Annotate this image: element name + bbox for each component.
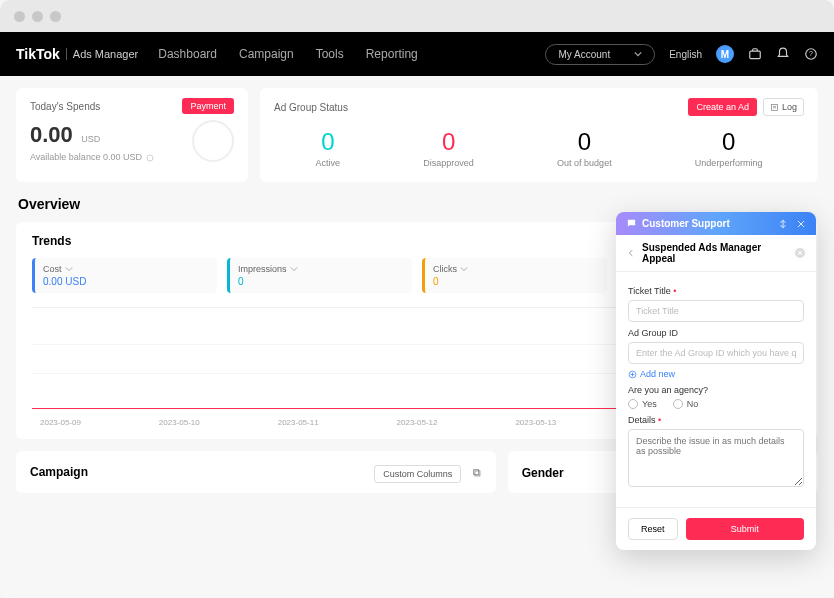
metric-impressions[interactable]: Impressions 0 bbox=[227, 258, 412, 293]
metric-name: Clicks bbox=[433, 264, 457, 274]
avatar[interactable]: M bbox=[716, 45, 734, 63]
x-tick: 2023-05-10 bbox=[159, 418, 200, 427]
browser-chrome bbox=[0, 0, 834, 32]
brand: TikTok Ads Manager bbox=[16, 46, 138, 62]
metric-clicks[interactable]: Clicks 0 bbox=[422, 258, 607, 293]
window-close-dot[interactable] bbox=[14, 11, 25, 22]
support-sub-title: Suspended Ads Manager Appeal bbox=[642, 242, 788, 264]
svg-rect-5 bbox=[475, 471, 480, 476]
support-sub: Suspended Ads Manager Appeal bbox=[616, 235, 816, 272]
reset-button[interactable]: Reset bbox=[628, 518, 678, 540]
overview-title: Overview bbox=[18, 196, 816, 212]
briefcase-icon[interactable] bbox=[748, 47, 762, 62]
app-window: TikTok Ads Manager Dashboard Campaign To… bbox=[0, 32, 834, 598]
brand-sub: Ads Manager bbox=[66, 48, 138, 60]
nav-dashboard[interactable]: Dashboard bbox=[158, 47, 217, 61]
campaign-card: Campaign Custom Columns bbox=[16, 451, 496, 493]
metric-value: 0.00 USD bbox=[43, 276, 209, 287]
radio-no[interactable]: No bbox=[673, 399, 699, 409]
status-label: Out of budget bbox=[557, 158, 612, 168]
agency-radios: Yes No bbox=[628, 399, 804, 409]
nav-tools[interactable]: Tools bbox=[316, 47, 344, 61]
status-label: Disapproved bbox=[423, 158, 474, 168]
x-tick: 2023-05-11 bbox=[278, 418, 319, 427]
radio-icon bbox=[628, 399, 638, 409]
log-label: Log bbox=[782, 102, 797, 112]
svg-point-3 bbox=[147, 155, 153, 161]
x-tick: 2023-05-09 bbox=[40, 418, 81, 427]
plus-circle-icon bbox=[628, 370, 637, 379]
adgroup-label: Ad Group ID bbox=[628, 328, 804, 338]
details-label: Details • bbox=[628, 415, 804, 425]
nav-links: Dashboard Campaign Tools Reporting bbox=[158, 47, 417, 61]
spend-card: Today's Spends Payment 0.00 USD Availabl… bbox=[16, 88, 248, 182]
account-selector[interactable]: My Account bbox=[545, 44, 655, 65]
bell-icon[interactable] bbox=[776, 47, 790, 62]
payment-button[interactable]: Payment bbox=[182, 98, 234, 114]
expand-icon[interactable] bbox=[778, 219, 788, 229]
status-num: 0 bbox=[557, 128, 612, 156]
submit-button[interactable]: Submit bbox=[686, 518, 804, 540]
log-icon bbox=[770, 103, 779, 112]
help-icon[interactable]: ? bbox=[804, 47, 818, 62]
window-min-dot[interactable] bbox=[32, 11, 43, 22]
status-label: Active bbox=[316, 158, 341, 168]
topbar-right: My Account English M ? bbox=[545, 44, 818, 65]
nav-campaign[interactable]: Campaign bbox=[239, 47, 294, 61]
support-footer: Reset Submit bbox=[616, 507, 816, 550]
close-circle-icon[interactable] bbox=[794, 247, 806, 259]
metric-value: 0 bbox=[238, 276, 404, 287]
agency-label: Are you an agency? bbox=[628, 385, 804, 395]
brand-name: TikTok bbox=[16, 46, 60, 62]
metric-value: 0 bbox=[433, 276, 599, 287]
ticket-label: Ticket Title • bbox=[628, 286, 804, 296]
spend-currency: USD bbox=[81, 134, 100, 144]
gender-title: Gender bbox=[522, 466, 564, 480]
radio-icon bbox=[673, 399, 683, 409]
radio-yes[interactable]: Yes bbox=[628, 399, 657, 409]
spend-gauge bbox=[192, 120, 234, 162]
svg-text:?: ? bbox=[809, 51, 813, 58]
window-max-dot[interactable] bbox=[50, 11, 61, 22]
status-num: 0 bbox=[423, 128, 474, 156]
copy-icon[interactable] bbox=[472, 468, 482, 478]
status-active[interactable]: 0 Active bbox=[316, 128, 341, 168]
status-num: 0 bbox=[695, 128, 763, 156]
campaign-title: Campaign bbox=[30, 465, 88, 479]
top-cards-row: Today's Spends Payment 0.00 USD Availabl… bbox=[16, 88, 818, 182]
details-textarea[interactable] bbox=[628, 429, 804, 487]
custom-columns-button[interactable]: Custom Columns bbox=[374, 465, 461, 483]
adgroup-id-input[interactable] bbox=[628, 342, 804, 364]
status-grid: 0 Active 0 Disapproved 0 Out of budget 0… bbox=[274, 124, 804, 172]
chevron-down-icon bbox=[634, 50, 642, 58]
svg-rect-6 bbox=[473, 469, 478, 474]
status-disapproved[interactable]: 0 Disapproved bbox=[423, 128, 474, 168]
close-icon[interactable] bbox=[796, 219, 806, 229]
nav-reporting[interactable]: Reporting bbox=[366, 47, 418, 61]
x-tick: 2023-05-13 bbox=[515, 418, 556, 427]
back-icon[interactable] bbox=[626, 248, 636, 258]
x-tick: 2023-05-12 bbox=[397, 418, 438, 427]
details-label-text: Details bbox=[628, 415, 656, 425]
metric-name: Impressions bbox=[238, 264, 287, 274]
ticket-title-input[interactable] bbox=[628, 300, 804, 322]
status-title: Ad Group Status bbox=[274, 102, 348, 113]
account-label: My Account bbox=[558, 49, 610, 60]
status-num: 0 bbox=[316, 128, 341, 156]
support-header-title: Customer Support bbox=[642, 218, 730, 229]
language-label[interactable]: English bbox=[669, 49, 702, 60]
status-underperforming[interactable]: 0 Underperforming bbox=[695, 128, 763, 168]
info-icon[interactable] bbox=[146, 154, 154, 162]
log-button[interactable]: Log bbox=[763, 98, 804, 116]
add-new-text: Add new bbox=[640, 369, 675, 379]
avatar-letter: M bbox=[721, 49, 729, 60]
status-outofbudget[interactable]: 0 Out of budget bbox=[557, 128, 612, 168]
chevron-down-icon bbox=[65, 265, 73, 273]
add-new-link[interactable]: Add new bbox=[628, 369, 804, 379]
support-header: Customer Support bbox=[616, 212, 816, 235]
chat-icon bbox=[626, 218, 637, 229]
metric-cost[interactable]: Cost 0.00 USD bbox=[32, 258, 217, 293]
radio-label: Yes bbox=[642, 399, 657, 409]
chevron-down-icon bbox=[460, 265, 468, 273]
create-ad-button[interactable]: Create an Ad bbox=[688, 98, 757, 116]
